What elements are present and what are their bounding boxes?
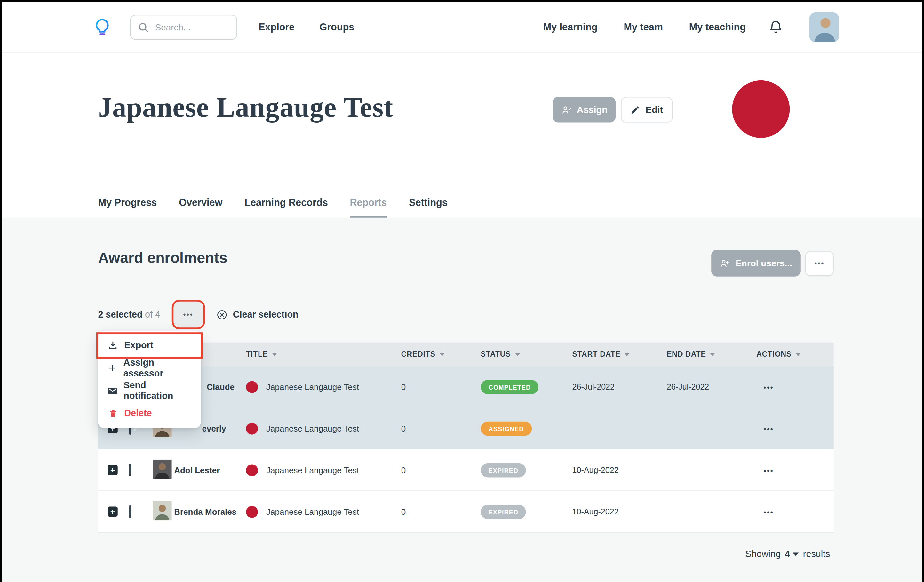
status-badge: COMPLETED: [481, 380, 539, 394]
column-header-credits[interactable]: CREDITS: [401, 350, 481, 359]
menu-item-label: Export: [124, 340, 153, 351]
start-date: 26-Jul-2022: [573, 382, 667, 391]
credits-value: 0: [401, 382, 481, 392]
content-area: Award enrolments Enrol users... ••• 2 se…: [2, 218, 922, 582]
sort-caret-icon: [272, 353, 277, 355]
enrol-users-button[interactable]: Enrol users...: [711, 250, 800, 276]
lightbulb-logo-icon[interactable]: [92, 17, 112, 37]
expand-row-icon[interactable]: +: [107, 465, 118, 475]
row-actions-button[interactable]: •••: [756, 423, 833, 433]
sort-caret-icon: [440, 353, 444, 355]
caret-down-icon: [793, 552, 799, 556]
start-date: 10-Aug-2022: [573, 507, 667, 516]
tab-settings[interactable]: Settings: [409, 197, 447, 218]
menu-item-export[interactable]: Export: [98, 334, 201, 357]
selection-bar: 2 selectedof 4 ••• Clear selection: [98, 301, 298, 328]
search-box[interactable]: [130, 15, 237, 40]
credits-value: 0: [401, 507, 481, 516]
notifications-bell-icon[interactable]: [768, 20, 783, 34]
page-more-options-button[interactable]: •••: [805, 251, 834, 276]
user-avatar[interactable]: [810, 12, 839, 42]
tab-learning-records[interactable]: Learning Records: [244, 197, 328, 218]
status-badge: EXPIRED: [481, 504, 526, 519]
table-row[interactable]: + Claude Japanese Langauge Test 0 COMPLE…: [98, 366, 833, 408]
status-badge: ASSIGNED: [481, 421, 532, 436]
menu-item-label: Delete: [124, 408, 152, 418]
column-header-actions[interactable]: ACTIONS: [756, 350, 833, 359]
course-thumb-red-circle: [246, 381, 258, 393]
table-row[interactable]: + Adol Lester Japanese Langauge Test 0 E…: [98, 450, 833, 491]
sort-caret-icon: [710, 353, 715, 355]
enrollee-name: Adol Lester: [174, 465, 246, 475]
results-label: results: [803, 549, 830, 559]
search-icon: [138, 22, 148, 32]
person-plus-icon: [719, 258, 730, 268]
course-title: Japanese Langauge Test: [266, 423, 359, 433]
row-checkbox[interactable]: [129, 505, 131, 518]
app-window: Explore Groups My learning My team My te…: [0, 0, 924, 582]
table-row[interactable]: + Brenda Morales Japanese Langauge Test …: [98, 491, 833, 533]
more-icon: •••: [183, 311, 193, 318]
nav-explore[interactable]: Explore: [259, 21, 294, 33]
selection-more-options-button[interactable]: •••: [173, 302, 203, 328]
sort-caret-icon: [515, 353, 520, 355]
page-title: Japanese Langauge Test: [98, 91, 393, 123]
nav-groups[interactable]: Groups: [319, 21, 354, 33]
more-icon: •••: [764, 466, 774, 475]
row-actions-button[interactable]: •••: [756, 465, 833, 475]
column-header-status[interactable]: STATUS: [481, 350, 573, 359]
edit-button[interactable]: Edit: [621, 97, 673, 122]
row-actions-button[interactable]: •••: [756, 381, 833, 392]
credits-value: 0: [401, 465, 481, 475]
tab-my-progress[interactable]: My Progress: [98, 197, 157, 218]
top-nav: Explore Groups My learning My team My te…: [2, 2, 922, 53]
more-icon: •••: [764, 383, 774, 392]
edit-label: Edit: [646, 104, 663, 115]
more-icon: •••: [814, 260, 825, 267]
more-icon: •••: [764, 425, 774, 433]
results-footer: Showing 4 results: [746, 549, 830, 559]
status-badge: EXPIRED: [481, 463, 526, 477]
row-actions-button[interactable]: •••: [756, 506, 833, 517]
avatar: [153, 470, 172, 480]
pencil-icon: [630, 105, 640, 115]
nav-my-learning[interactable]: My learning: [543, 21, 597, 33]
column-header-start-date[interactable]: START DATE: [573, 350, 667, 359]
menu-item-assign-assessor[interactable]: Assign assessor: [98, 357, 201, 379]
nav-my-teaching[interactable]: My teaching: [689, 21, 746, 33]
table-row[interactable]: + everly Japanese Langauge Test 0 ASSIGN…: [98, 408, 833, 450]
table-header-row: TITLE CREDITS STATUS START DATE END DATE…: [98, 342, 833, 366]
enrollee-name: Brenda Morales: [174, 507, 246, 516]
assign-button[interactable]: Assign: [553, 97, 615, 122]
results-count-dropdown[interactable]: 4: [785, 549, 799, 559]
plus-icon: [107, 363, 117, 373]
course-thumb-red-circle: [246, 423, 258, 435]
row-checkbox[interactable]: [129, 463, 131, 476]
clear-selection-button[interactable]: Clear selection: [216, 309, 299, 320]
start-date: 10-Aug-2022: [573, 465, 667, 475]
sort-caret-icon: [796, 353, 800, 355]
clear-circle-x-icon: [216, 309, 228, 320]
nav-my-team[interactable]: My team: [624, 21, 663, 33]
avatar: [153, 428, 172, 438]
course-title: Japanese Langauge Test: [266, 507, 359, 516]
section-heading: Award enrolments: [98, 249, 227, 266]
menu-item-send-notification[interactable]: Send notification: [98, 379, 201, 402]
course-image-red-circle: [732, 80, 790, 138]
course-title: Japanese Langauge Test: [266, 382, 359, 392]
end-date: 26-Jul-2022: [667, 382, 756, 391]
expand-row-icon[interactable]: +: [107, 506, 118, 517]
tab-reports[interactable]: Reports: [350, 197, 387, 218]
tab-overview[interactable]: Overview: [179, 197, 222, 218]
search-input[interactable]: [154, 21, 228, 33]
clear-selection-label: Clear selection: [233, 309, 299, 320]
column-header-end-date[interactable]: END DATE: [667, 350, 756, 359]
menu-item-label: Assign assessor: [124, 357, 191, 379]
page-header: Japanese Langauge Test Assign Edit: [2, 53, 922, 191]
credits-value: 0: [401, 423, 481, 433]
showing-label: Showing: [746, 549, 780, 559]
envelope-icon: [107, 385, 118, 396]
menu-item-delete[interactable]: Delete: [98, 402, 201, 425]
enrol-users-label: Enrol users...: [736, 258, 792, 268]
column-header-title[interactable]: TITLE: [246, 350, 401, 359]
